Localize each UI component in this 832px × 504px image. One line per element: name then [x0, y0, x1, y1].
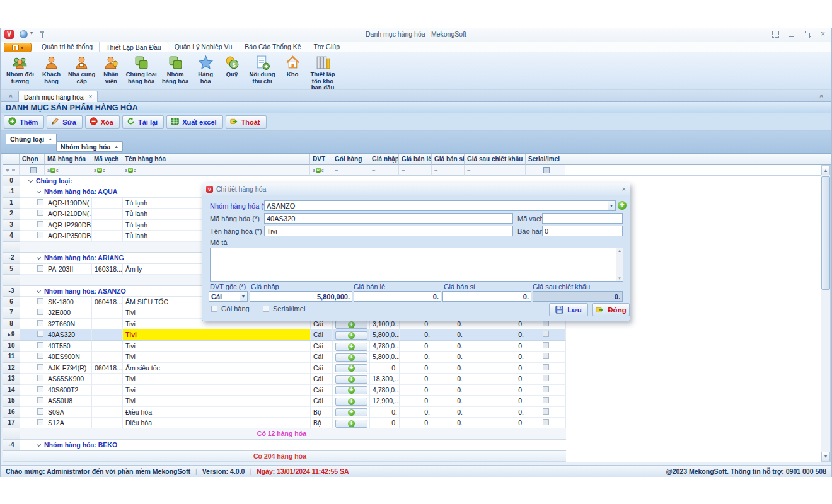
table-row[interactable]: 1440S600T2TiviCái+4,780,0...0.0.0.: [3, 385, 831, 396]
row-select-cell[interactable]: [37, 264, 45, 275]
checkbox-icon[interactable]: [263, 306, 269, 312]
ribbon-item-kho[interactable]: Kho: [279, 54, 306, 78]
ribbon-item-nh-m-i-t-ng[interactable]: Nhóm đối tượng: [3, 54, 37, 84]
add-group-button[interactable]: +: [618, 201, 627, 210]
serial-checkbox[interactable]: Serial/imei: [263, 305, 305, 312]
table-row[interactable]: 17S12AĐiều hòaBộ+0.0.0.0.: [3, 418, 831, 428]
row-select-cell[interactable]: [37, 329, 45, 340]
equals-filter-icon[interactable]: =: [402, 168, 405, 173]
row-select-cell[interactable]: [37, 220, 45, 231]
row-select-cell[interactable]: [37, 352, 45, 362]
column-header-gi-sau-chi-t-kh-u[interactable]: Giá sau chiết khấu: [465, 154, 526, 165]
column-header-m-h-ng-h-a[interactable]: Mã hàng hóa: [45, 154, 91, 165]
row-select-cell[interactable]: [37, 418, 45, 428]
filter-row-indicator[interactable]: [3, 165, 20, 176]
ribbon-item-nh-n-vi-n[interactable]: Nhân viên: [98, 54, 124, 84]
add-package-button[interactable]: +: [335, 321, 367, 329]
ribbon-item-n-i-dung-thu-chi[interactable]: Nội dung thu chi: [245, 54, 279, 84]
unit-combo-dropdown-icon[interactable]: ▼: [240, 291, 248, 302]
remove-button[interactable]: Xóa: [85, 115, 120, 129]
filter-cell-vt[interactable]: aBc: [310, 165, 332, 176]
add-package-button[interactable]: +: [335, 398, 367, 406]
close-dialog-button[interactable]: Đóng: [592, 303, 630, 316]
scroll-up-icon[interactable]: ▲: [616, 249, 623, 253]
equals-filter-icon[interactable]: =: [467, 168, 470, 173]
add-package-button[interactable]: +: [335, 420, 367, 428]
serial-cell[interactable]: [526, 374, 566, 384]
discount-price-input[interactable]: [533, 291, 623, 302]
group-label-cell[interactable]: Nhóm hàng hóa: BEKO: [20, 440, 566, 450]
edit-button[interactable]: Sửa: [47, 115, 82, 129]
serial-cell[interactable]: [526, 363, 566, 374]
row-select-cell[interactable]: [37, 319, 45, 329]
add-package-button[interactable]: +: [335, 408, 367, 416]
column-header-vt[interactable]: ĐVT: [310, 154, 332, 165]
package-checkbox[interactable]: Gói hàng: [211, 305, 250, 312]
ribbon-item-qu[interactable]: $Quỹ: [219, 54, 245, 78]
serial-cell[interactable]: [526, 407, 566, 418]
expand-icon[interactable]: [28, 178, 33, 183]
checkbox-icon[interactable]: [543, 386, 549, 392]
fullscreen-button[interactable]: [772, 31, 779, 38]
ribbon-item-thi-t-l-p-t-n-kho-ban-u[interactable]: Thiết lập tồn kho ban đầu: [306, 54, 340, 91]
column-header-ch-n[interactable]: Chọn: [20, 154, 45, 165]
checkbox-icon[interactable]: [37, 232, 43, 238]
row-select-cell[interactable]: [37, 396, 45, 406]
checkbox-icon[interactable]: [543, 408, 549, 415]
equals-filter-icon[interactable]: =: [335, 168, 338, 173]
row-select-cell[interactable]: [37, 385, 45, 396]
menu-tab-b-o-c-o-th-ng-k[interactable]: Báo Cáo Thống Kê: [238, 42, 307, 52]
serial-cell[interactable]: [526, 341, 566, 352]
checkbox-icon[interactable]: [37, 364, 43, 370]
warranty-input[interactable]: [542, 226, 623, 236]
expand-icon[interactable]: [37, 288, 41, 292]
add-package-button[interactable]: +: [335, 353, 367, 362]
add-package-button[interactable]: +: [335, 386, 367, 394]
equals-filter-icon[interactable]: =: [434, 168, 437, 173]
menu-tab-thi-t-l-p-ban-u[interactable]: Thiết Lập Ban Đầu: [99, 42, 168, 52]
filter-cell-serial-imei[interactable]: [526, 165, 565, 176]
row-select-cell[interactable]: [37, 363, 45, 374]
serial-cell[interactable]: [526, 418, 566, 428]
column-header-gi-b-n-s[interactable]: Giá bán sỉ: [432, 154, 465, 165]
filter-cell-t-n-h-ng-h-a[interactable]: aBc: [122, 165, 310, 176]
checkbox-icon[interactable]: [37, 298, 43, 304]
column-header-gi-b-n-l[interactable]: Giá bán lẻ: [399, 154, 432, 165]
row-select-cell[interactable]: [37, 231, 45, 241]
checkbox-icon[interactable]: [37, 353, 43, 359]
scroll-down-icon[interactable]: ▼: [616, 277, 623, 280]
table-row[interactable]: 13AS65SK900TiviCái+18,300,...0.0.0.: [3, 374, 831, 384]
ribbon-item-ch-ng-lo-i-h-ng-h-a[interactable]: Chủng loại hàng hóa: [124, 54, 158, 84]
textarea-scrollbar[interactable]: ▲ ▼: [616, 248, 623, 281]
checkbox-icon[interactable]: [543, 331, 549, 337]
tab-close-icon[interactable]: ×: [89, 93, 93, 100]
scroll-up-icon[interactable]: ▲: [821, 166, 830, 175]
group-field-nhom-hang-hoa[interactable]: Nhóm hàng hóa ▲: [56, 141, 123, 152]
checkbox-icon[interactable]: [543, 353, 549, 359]
table-row[interactable]: 12AJK-F794(R)060418...Ấm siêu tốcCái+0.0…: [3, 363, 831, 374]
text-filter-icon[interactable]: aBc: [47, 168, 58, 173]
column-header-t-n-h-ng-h-a[interactable]: Tên hàng hóa: [122, 154, 310, 165]
ribbon-item-h-ng-h-a[interactable]: Hàng hóa: [192, 54, 219, 84]
checkbox-icon[interactable]: [37, 375, 43, 381]
menu-tab-qu-n-l-nghi-p-v[interactable]: Quản Lý Nghiệp Vụ: [168, 42, 239, 52]
checkbox-icon[interactable]: [543, 375, 549, 381]
minimize-button[interactable]: [788, 31, 795, 38]
checkbox-icon[interactable]: [37, 397, 43, 403]
checkbox-icon[interactable]: [37, 221, 43, 227]
vertical-scrollbar[interactable]: ▲ ▼: [821, 165, 831, 462]
filter-cell-ch-n[interactable]: [20, 165, 45, 176]
tabstrip-close-right-icon[interactable]: ×: [816, 91, 826, 101]
row-select-cell[interactable]: [37, 297, 45, 307]
row-select-cell[interactable]: [37, 209, 45, 219]
text-filter-icon[interactable]: aBc: [313, 168, 323, 173]
add-package-button[interactable]: +: [335, 375, 367, 384]
expand-icon[interactable]: [37, 189, 41, 193]
checkbox-icon[interactable]: [543, 342, 549, 348]
checkbox-icon[interactable]: [543, 364, 549, 370]
menu-tab-qu-n-tr-h-th-ng[interactable]: Quản trị hệ thống: [35, 42, 99, 52]
filter-cell-m-h-ng-h-a[interactable]: aBc: [45, 165, 91, 176]
checkbox-icon[interactable]: [30, 167, 37, 173]
checkbox-icon[interactable]: [37, 309, 43, 315]
checkbox-icon[interactable]: [37, 331, 43, 337]
